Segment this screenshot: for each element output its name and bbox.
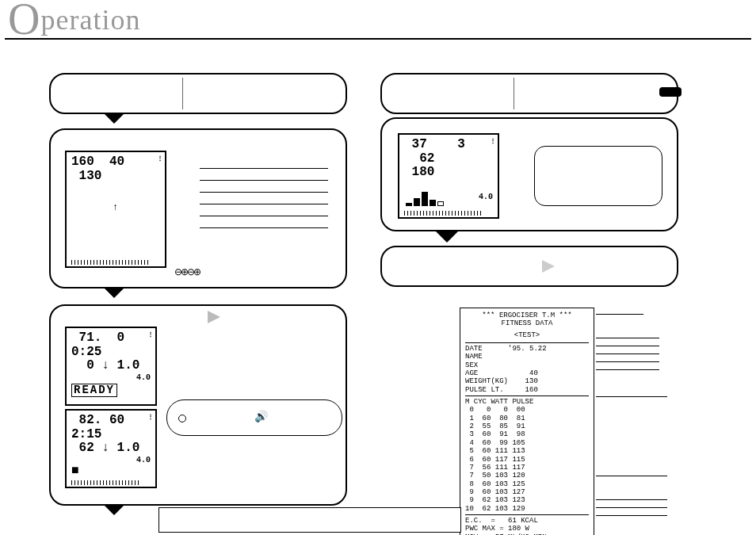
note-lines	[200, 157, 328, 228]
printout-mode: <TEST>	[465, 331, 589, 339]
printout-footer-1: PWC MAX = 180 W	[465, 525, 589, 533]
plus-minus-buttons-icon: ⊖⊕⊖⊕	[174, 266, 200, 278]
printout-kv-1: NAME	[465, 353, 589, 361]
printout-row: 2 55 85 91	[465, 422, 589, 430]
dial-dot	[178, 415, 186, 422]
callout-line	[596, 353, 659, 354]
down-arrow-icon	[103, 113, 125, 124]
play-icon	[208, 311, 220, 323]
printout-rule	[465, 342, 589, 343]
page-title-rest: peration	[40, 4, 140, 36]
lcd3b-line1: 82. 60	[71, 414, 151, 428]
printout-kv-3: AGE 40	[465, 369, 589, 377]
printout-row: 0 0 0 00	[465, 406, 589, 414]
lcd3b-line2: 2:15	[71, 428, 151, 442]
printout-table-header: M CYC WATT PULSE	[465, 398, 589, 406]
lcd-display-running: 82. 60 2:15 62 ↓ 1.0 4.0 ■ ⋮	[65, 409, 157, 488]
lcd-line-1: 160 40	[71, 155, 160, 170]
black-key-icon	[659, 87, 682, 97]
callout-line	[596, 346, 659, 346]
panel-1-divider	[182, 78, 183, 109]
callout-line	[596, 338, 659, 338]
lcd5-line2: 62	[404, 152, 493, 166]
step-panel-1	[49, 73, 347, 114]
up-arrow-icon: ↑	[113, 203, 118, 213]
page-title-initial: O	[8, 0, 40, 44]
lcd3a-line1: 71. 0	[71, 331, 151, 346]
bottom-note-box	[158, 507, 461, 533]
callout-line	[596, 314, 643, 315]
step-panel-4	[380, 73, 678, 114]
printout-sheet: *** ERGOCISER T.M *** FITNESS DATA <TEST…	[460, 308, 594, 535]
printout-header-1: *** ERGOCISER T.M ***	[465, 311, 589, 319]
lcd5-line3: 180	[404, 166, 493, 180]
callout-line	[596, 476, 667, 476]
down-arrow-icon	[436, 231, 458, 243]
lcd3a-line2: 0:25	[71, 346, 151, 360]
note-box	[534, 146, 662, 206]
lcd3b-line3: 62 ↓ 1.0	[71, 441, 151, 456]
lcd-scale-ticks	[71, 480, 141, 485]
lcd-scale-ticks	[71, 260, 151, 265]
step-panel-6	[380, 246, 678, 287]
down-arrow-icon	[103, 287, 125, 298]
lcd-display-results: 37 3 62 180 4.0 ⋮	[398, 133, 499, 219]
printout-row: 3 60 91 98	[465, 430, 589, 438]
printout-footer-0: E.C. = 61 KCAL	[465, 517, 589, 525]
printout-row: 5 60 111 113	[465, 447, 589, 455]
printout-row: 1 60 80 81	[465, 415, 589, 422]
lcd3a-line3: 0 ↓ 1.0	[71, 359, 151, 373]
printout-kv-2: SEX	[465, 361, 589, 369]
lcd3b-line4: 4.0	[71, 456, 151, 464]
printout-row: 7 56 111 117	[465, 464, 589, 472]
printout-header-2: FITNESS DATA	[465, 319, 589, 327]
printout-row: 10 62 103 129	[465, 505, 589, 513]
lcd-right-scale: ⋮	[490, 138, 496, 214]
speaker-dial: 🔊	[166, 399, 342, 436]
lcd-scale-ticks	[404, 211, 483, 216]
lcd-display-settings: 160 40 130 ↑ ⋮	[65, 151, 166, 268]
callout-line	[596, 361, 659, 362]
printout-rule	[465, 514, 589, 515]
speaker-icon: 🔊	[254, 410, 268, 423]
lcd-right-scale: ⋮	[157, 155, 163, 263]
printout-kv-4: WEIGHT(KG) 130	[465, 377, 589, 385]
lcd-display-ready: 71. 0 0:25 0 ↓ 1.0 4.0 READY ⋮	[65, 327, 157, 406]
printout-kv-5: PULSE LT. 160	[465, 386, 589, 394]
callout-line	[596, 515, 667, 516]
callout-line	[596, 369, 659, 370]
lcd5-line1: 37 3	[404, 138, 493, 152]
printout-row: 4 60 99 105	[465, 439, 589, 447]
callout-line	[596, 507, 667, 508]
play-icon	[542, 260, 555, 273]
lcd-right-scale: ⋮	[147, 414, 154, 483]
printout-row: 7 50 103 120	[465, 472, 589, 480]
lcd3a-line4: 4.0	[71, 373, 151, 382]
lcd-line-2: 130	[71, 170, 160, 184]
lcd3b-block: ■	[71, 464, 151, 479]
lcd-right-scale: ⋮	[147, 331, 154, 401]
title-rule	[5, 38, 751, 40]
ready-indicator: READY	[71, 384, 117, 397]
printout-row: 9 62 103 123	[465, 496, 589, 504]
printout-row: 9 60 103 127	[465, 488, 589, 496]
printout-kv-0: DATE '95. 5.22	[465, 345, 589, 353]
panel-4-divider	[514, 78, 514, 109]
printout-row: 8 60 103 125	[465, 480, 589, 488]
callout-line	[596, 499, 667, 500]
printout-row: 6 60 117 115	[465, 456, 589, 464]
printout-rule	[465, 396, 589, 396]
callout-line	[596, 396, 667, 397]
bar-graph	[406, 184, 444, 206]
down-arrow-icon	[103, 504, 125, 515]
